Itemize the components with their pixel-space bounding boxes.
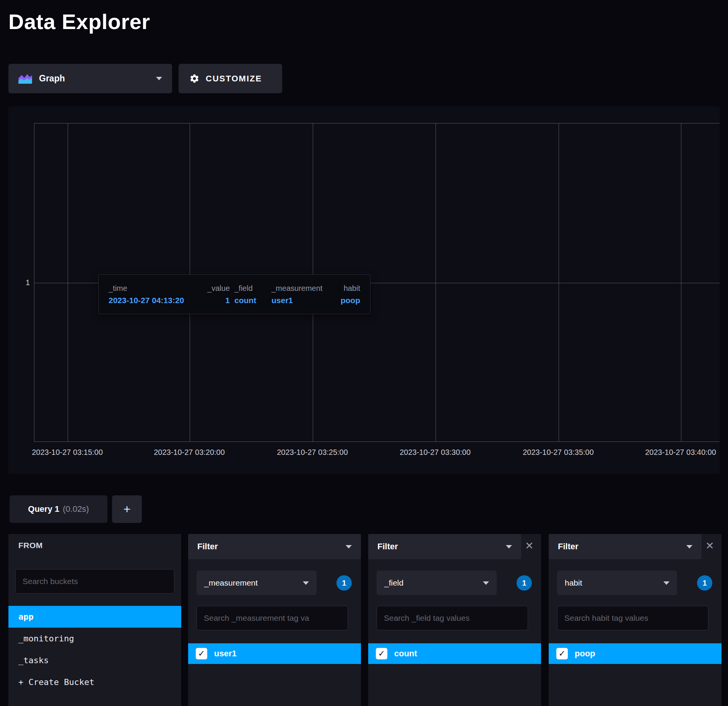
tooltip-col-label: _value — [203, 284, 230, 293]
tag-value-row-poop[interactable]: ✓ poop — [549, 643, 722, 664]
filter-panel-habit: Filter ✕ habit 1 ✓ poop — [549, 534, 722, 706]
search-buckets-input[interactable] — [15, 569, 174, 594]
add-query-button[interactable]: + — [112, 495, 142, 523]
view-type-label: Graph — [39, 73, 65, 84]
tag-key-label: _measurement — [204, 578, 258, 588]
chevron-down-icon — [506, 545, 512, 549]
tag-value-label: poop — [575, 649, 595, 659]
tooltip-col-label: _field — [234, 284, 267, 293]
x-axis-tick: 2023-10-27 03:40:00 — [645, 448, 716, 457]
bucket-item-tasks[interactable]: _tasks — [8, 649, 181, 671]
tooltip-col-label: habit — [337, 284, 360, 293]
query-tab-label: Query 1 — [28, 504, 59, 514]
filter-type-dropdown[interactable]: Filter — [549, 534, 702, 559]
tooltip-col-value: 1 — [203, 296, 230, 305]
tooltip-header-row: _time _value _field _measurement habit — [109, 284, 360, 293]
search-habit-values-input[interactable] — [557, 606, 708, 630]
grid-line-vertical — [681, 123, 681, 441]
chevron-down-icon — [686, 545, 692, 549]
filter-type-dropdown[interactable]: Filter — [188, 534, 361, 559]
tag-key-label: _field — [384, 578, 403, 588]
grid-line-vertical — [68, 123, 68, 441]
filter-type-dropdown[interactable]: Filter — [368, 534, 521, 559]
tooltip-col-value: 2023-10-27 04:13:20 — [109, 296, 198, 305]
chevron-down-icon — [346, 545, 352, 549]
query-tab-duration: (0.02s) — [63, 504, 89, 514]
tag-value-row-count[interactable]: ✓ count — [368, 643, 541, 664]
filter-title: Filter — [197, 542, 218, 552]
from-panel: FROM app _monitoring _tasks + Create Buc… — [8, 534, 181, 706]
grid-line-vertical — [435, 123, 436, 441]
selected-count-badge: 1 — [336, 575, 352, 591]
tag-value-row-user1[interactable]: ✓ user1 — [188, 643, 361, 664]
create-bucket-button[interactable]: + Create Bucket — [8, 671, 181, 693]
filter-title: Filter — [377, 542, 398, 552]
chevron-down-icon — [303, 581, 309, 585]
chart-panel: 1 2023-10-27 03:15:00 2023-10-27 03:20:0… — [8, 106, 720, 474]
gear-icon — [189, 73, 200, 84]
chart-tooltip: _time _value _field _measurement habit 2… — [98, 274, 370, 314]
tag-key-dropdown-field[interactable]: _field — [377, 571, 497, 595]
checkbox-checked-icon[interactable]: ✓ — [196, 648, 207, 659]
bucket-list: app _monitoring _tasks + Create Bucket — [8, 606, 181, 693]
x-axis-tick: 2023-10-27 03:35:00 — [523, 448, 594, 457]
tooltip-col-value: count — [234, 296, 267, 305]
x-axis-tick: 2023-10-27 03:20:00 — [154, 448, 225, 457]
chevron-down-icon — [483, 581, 489, 585]
page-title: Data Explorer — [8, 9, 150, 34]
selected-count-badge: 1 — [697, 575, 712, 591]
filter-panel-field: Filter ✕ _field 1 ✓ count — [368, 534, 541, 706]
bucket-item-app[interactable]: app — [8, 606, 181, 628]
checkbox-checked-icon[interactable]: ✓ — [376, 648, 387, 659]
remove-filter-icon[interactable]: ✕ — [705, 540, 714, 552]
tooltip-value-row: 2023-10-27 04:13:20 1 count user1 poop — [109, 296, 360, 305]
filter-panel-measurement: Filter _measurement 1 ✓ user1 — [188, 534, 361, 706]
tag-value-label: user1 — [214, 649, 237, 659]
remove-filter-icon[interactable]: ✕ — [525, 540, 534, 552]
x-axis-tick: 2023-10-27 03:25:00 — [277, 448, 348, 457]
graph-type-icon — [18, 73, 32, 84]
data-explorer-page: Data Explorer Graph CUSTOMIZE — [0, 0, 728, 706]
x-axis-tick: 2023-10-27 03:15:00 — [32, 448, 103, 457]
tooltip-col-label: _time — [109, 284, 198, 293]
tag-value-label: count — [394, 649, 417, 659]
chevron-down-icon — [663, 581, 670, 585]
tag-key-label: habit — [565, 578, 582, 588]
customize-label: CUSTOMIZE — [206, 74, 262, 84]
from-panel-title: FROM — [18, 541, 43, 550]
tooltip-col-label: _measurement — [271, 284, 333, 293]
search-measurement-values-input[interactable] — [197, 606, 348, 630]
grid-line-vertical — [559, 123, 559, 441]
checkbox-checked-icon[interactable]: ✓ — [556, 648, 568, 659]
filter-title: Filter — [558, 542, 578, 552]
customize-button[interactable]: CUSTOMIZE — [179, 64, 282, 93]
y-axis-tick: 1 — [8, 278, 30, 287]
query-tab-1[interactable]: Query 1 (0.02s) — [10, 495, 107, 523]
x-axis-tick: 2023-10-27 03:30:00 — [400, 448, 471, 457]
tag-key-dropdown-measurement[interactable]: _measurement — [197, 571, 317, 595]
bucket-item-monitoring[interactable]: _monitoring — [8, 628, 181, 649]
tooltip-col-value: poop — [337, 296, 360, 305]
chevron-down-icon — [156, 77, 162, 80]
search-field-values-input[interactable] — [377, 606, 528, 630]
view-type-dropdown[interactable]: Graph — [8, 64, 172, 93]
selected-count-badge: 1 — [517, 575, 532, 591]
tooltip-col-value: user1 — [271, 296, 333, 305]
tag-key-dropdown-habit[interactable]: habit — [557, 571, 677, 595]
